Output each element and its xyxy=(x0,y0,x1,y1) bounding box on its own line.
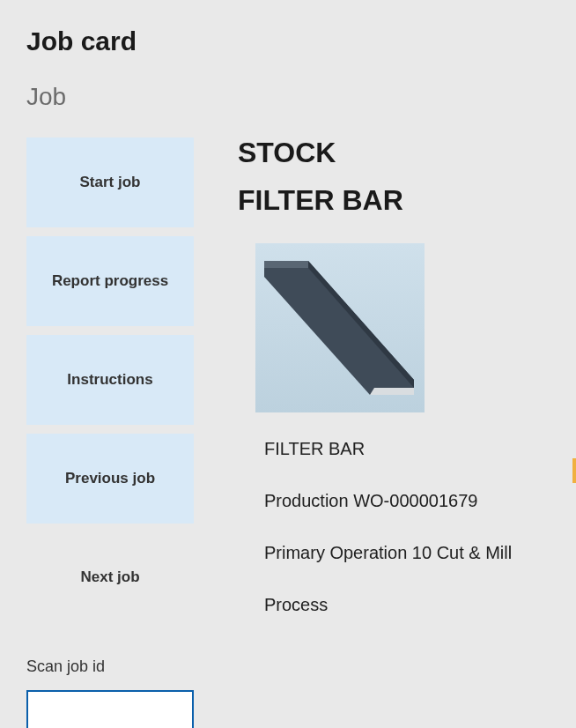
page-title: Job card xyxy=(26,26,550,56)
next-job-button[interactable]: Next job xyxy=(26,532,194,622)
previous-job-label: Previous job xyxy=(65,470,155,487)
svg-marker-1 xyxy=(264,261,308,268)
production-order: Production WO-000001679 xyxy=(264,491,550,511)
sidebar: Start job Report progress Instructions P… xyxy=(26,137,194,728)
next-job-label: Next job xyxy=(80,568,139,586)
filter-bar-heading: FILTER BAR xyxy=(238,184,550,217)
product-image xyxy=(255,243,425,412)
previous-job-button[interactable]: Previous job xyxy=(26,434,194,524)
scan-job-id-label: Scan job id xyxy=(26,657,194,676)
edge-marker xyxy=(572,458,576,483)
svg-marker-0 xyxy=(264,261,414,395)
instructions-button[interactable]: Instructions xyxy=(26,335,194,425)
process-label: Process xyxy=(264,595,550,615)
start-job-button[interactable]: Start job xyxy=(26,137,194,227)
instructions-label: Instructions xyxy=(67,371,152,389)
primary-operation: Primary Operation 10 Cut & Mill xyxy=(264,543,550,563)
report-progress-button[interactable]: Report progress xyxy=(26,236,194,326)
start-job-label: Start job xyxy=(80,174,141,191)
filter-bar-icon xyxy=(255,243,425,412)
svg-marker-2 xyxy=(370,388,414,395)
main-content: STOCK FILTER BAR FILTER BAR Production W… xyxy=(238,137,550,728)
stock-heading: STOCK xyxy=(238,137,550,168)
section-title: Job xyxy=(26,83,550,111)
item-name: FILTER BAR xyxy=(264,439,550,459)
report-progress-label: Report progress xyxy=(52,272,168,290)
scan-job-id-input[interactable] xyxy=(26,690,194,728)
